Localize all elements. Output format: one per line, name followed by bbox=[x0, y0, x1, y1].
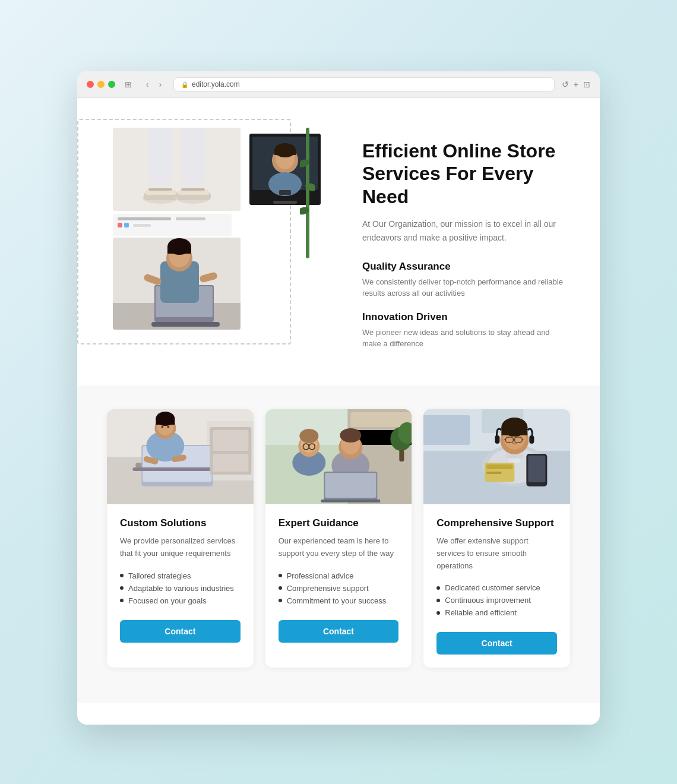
svg-rect-103 bbox=[530, 435, 534, 444]
hero-section: Efficient Online Store Services For Ever… bbox=[77, 98, 600, 385]
list-item: Tailored strategies bbox=[120, 570, 241, 582]
list-item: Reliable and efficient bbox=[436, 606, 557, 619]
fullscreen-button[interactable] bbox=[108, 81, 115, 88]
products-panel bbox=[113, 214, 232, 236]
card-expert-guidance-list: Professional advice Comprehensive suppor… bbox=[279, 570, 399, 607]
svg-rect-20 bbox=[273, 201, 297, 204]
bullet-icon bbox=[279, 574, 282, 577]
svg-rect-49 bbox=[156, 419, 175, 425]
card-custom-solutions-list: Tailored strategies Adaptable to various… bbox=[120, 570, 241, 607]
page-content: Efficient Online Store Services For Ever… bbox=[77, 98, 600, 703]
card-custom-solutions: Custom Solutions We provide personalized… bbox=[107, 409, 254, 668]
back-button[interactable]: ‹ bbox=[141, 78, 153, 90]
card-comprehensive-support-title: Comprehensive Support bbox=[436, 517, 557, 529]
bullet-icon bbox=[436, 599, 440, 602]
list-item: Adaptable to various industries bbox=[120, 582, 241, 595]
list-item: Commitment to your success bbox=[279, 595, 399, 607]
svg-rect-74 bbox=[325, 473, 376, 498]
card-comprehensive-support-image bbox=[423, 409, 570, 504]
bullet-icon bbox=[120, 599, 124, 602]
card-expert-guidance-image bbox=[265, 409, 412, 504]
card-custom-solutions-body: Custom Solutions We provide personalized… bbox=[107, 504, 254, 656]
contact-button-3[interactable]: Contact bbox=[436, 632, 557, 655]
list-item: Continuous improvement bbox=[436, 594, 557, 606]
cards-grid: Custom Solutions We provide personalized… bbox=[107, 409, 570, 668]
feature-quality-desc: We consistently deliver top-notch perfor… bbox=[362, 276, 564, 299]
svg-rect-56 bbox=[213, 454, 248, 472]
svg-rect-2 bbox=[148, 128, 172, 187]
svg-point-50 bbox=[161, 426, 163, 428]
hero-description: At Our Organization, our mission is to e… bbox=[362, 217, 564, 244]
card-expert-guidance-title: Expert Guidance bbox=[279, 517, 399, 529]
url-text: editor.yola.com bbox=[192, 80, 240, 88]
svg-rect-102 bbox=[495, 435, 500, 444]
plant-image bbox=[300, 128, 315, 258]
card-custom-solutions-title: Custom Solutions bbox=[120, 517, 241, 529]
bullet-icon bbox=[279, 586, 282, 590]
feature-quality-title: Quality Assurance bbox=[362, 261, 564, 273]
svg-point-72 bbox=[340, 428, 361, 442]
card-comprehensive-support: Comprehensive Support We offer extensive… bbox=[423, 409, 570, 668]
svg-point-68 bbox=[299, 429, 318, 443]
feature-quality: Quality Assurance We consistently delive… bbox=[362, 261, 564, 299]
svg-rect-11 bbox=[181, 188, 205, 191]
share-icon[interactable]: ↺ bbox=[562, 80, 569, 89]
svg-rect-6 bbox=[145, 190, 176, 195]
person-laptop-image bbox=[113, 238, 241, 330]
svg-point-51 bbox=[167, 426, 169, 428]
svg-rect-91 bbox=[502, 427, 528, 435]
list-item: Dedicated customer service bbox=[436, 581, 557, 594]
card-expert-guidance: Expert Guidance Our experienced team is … bbox=[265, 409, 412, 668]
card-comprehensive-support-list: Dedicated customer service Continuous im… bbox=[436, 581, 557, 619]
list-item: Focused on your goals bbox=[120, 595, 241, 607]
feature-innovation-title: Innovation Driven bbox=[362, 311, 564, 323]
contact-button-1[interactable]: Contact bbox=[120, 620, 241, 643]
svg-rect-101 bbox=[487, 472, 502, 474]
main-image-area bbox=[83, 128, 333, 347]
bullet-icon bbox=[436, 611, 440, 615]
svg-rect-64 bbox=[399, 450, 404, 461]
forward-button[interactable]: › bbox=[154, 78, 166, 90]
browser-window: ⊞ ‹ › 🔒 editor.yola.com ↺ + ⊡ bbox=[77, 71, 600, 725]
svg-rect-82 bbox=[423, 415, 470, 445]
feature-innovation: Innovation Driven We pioneer new ideas a… bbox=[362, 311, 564, 350]
card-custom-solutions-image bbox=[107, 409, 254, 504]
minimize-button[interactable] bbox=[97, 81, 105, 88]
card-comprehensive-support-body: Comprehensive Support We offer extensive… bbox=[423, 504, 570, 668]
new-tab-icon[interactable]: + bbox=[574, 80, 578, 89]
card-comprehensive-support-desc: We offer extensive support services to e… bbox=[436, 535, 557, 572]
sidebar-toggle-icon[interactable]: ⊞ bbox=[122, 78, 134, 90]
svg-rect-87 bbox=[506, 454, 524, 459]
extensions-icon[interactable]: ⊡ bbox=[583, 80, 590, 89]
svg-rect-30 bbox=[151, 322, 220, 327]
svg-rect-3 bbox=[181, 128, 205, 187]
nav-arrows: ‹ › bbox=[141, 78, 166, 90]
svg-rect-9 bbox=[178, 190, 209, 195]
svg-rect-75 bbox=[321, 500, 380, 502]
card-custom-solutions-desc: We provide personalized services that fi… bbox=[120, 535, 241, 560]
svg-rect-19 bbox=[279, 190, 291, 195]
address-bar[interactable]: 🔒 editor.yola.com bbox=[173, 77, 555, 91]
card-expert-guidance-body: Expert Guidance Our experienced team is … bbox=[265, 504, 412, 656]
svg-rect-98 bbox=[529, 456, 546, 482]
card-expert-guidance-desc: Our experienced team is here to support … bbox=[279, 535, 399, 560]
hero-text: Efficient Online Store Services For Ever… bbox=[362, 128, 564, 362]
close-button[interactable] bbox=[87, 81, 94, 88]
feature-innovation-desc: We pioneer new ideas and solutions to st… bbox=[362, 327, 564, 350]
cards-section: Custom Solutions We provide personalized… bbox=[77, 385, 600, 703]
svg-rect-35 bbox=[167, 246, 191, 254]
svg-rect-17 bbox=[274, 150, 296, 155]
traffic-lights bbox=[87, 81, 115, 88]
hero-title: Efficient Online Store Services For Ever… bbox=[362, 140, 564, 208]
svg-rect-10 bbox=[148, 188, 172, 191]
contact-button-2[interactable]: Contact bbox=[279, 620, 399, 643]
svg-rect-100 bbox=[487, 464, 513, 469]
bullet-icon bbox=[436, 586, 440, 590]
bullet-icon bbox=[120, 586, 124, 590]
svg-rect-21 bbox=[306, 128, 309, 258]
image-collage bbox=[113, 128, 338, 353]
browser-actions: ↺ + ⊡ bbox=[562, 80, 590, 89]
list-item: Comprehensive support bbox=[279, 582, 399, 595]
svg-rect-55 bbox=[213, 430, 248, 451]
list-item: Professional advice bbox=[279, 570, 399, 582]
